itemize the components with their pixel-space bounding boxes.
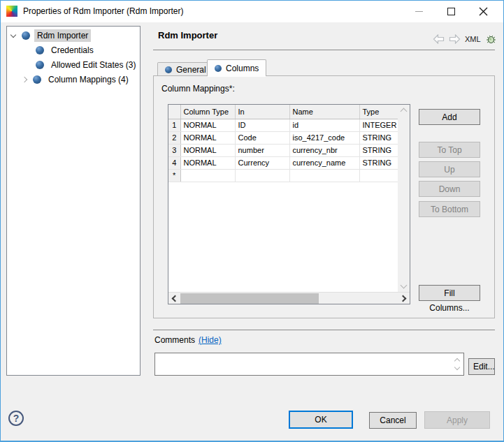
cell-name[interactable]: iso_4217_code xyxy=(289,131,359,144)
comments-input[interactable] xyxy=(156,354,452,374)
tab-label: General xyxy=(176,65,206,75)
table-row[interactable]: 1 NORMAL ID id INTEGER xyxy=(168,119,398,131)
tree-item-label: Rdm Importer xyxy=(34,29,91,42)
tree-item-label: Credentials xyxy=(48,44,96,57)
table-new-row[interactable]: * xyxy=(168,169,398,182)
horizontal-scrollbar[interactable] xyxy=(168,292,410,304)
ok-button[interactable]: OK xyxy=(289,411,353,429)
tree-item-allowed-edit-states[interactable]: Allowed Edit States (3) xyxy=(7,58,140,72)
comments-box xyxy=(154,353,464,376)
cell-in[interactable]: number xyxy=(235,144,289,156)
node-circle-icon xyxy=(36,46,44,54)
cell-name[interactable]: currency_nbr xyxy=(289,144,359,156)
cell-in[interactable]: Currency xyxy=(235,156,289,169)
scroll-up-icon[interactable] xyxy=(454,358,460,364)
to-bottom-button: To Bottom xyxy=(419,201,480,217)
row-num: 4 xyxy=(168,156,180,169)
close-icon xyxy=(479,7,488,16)
header-separator xyxy=(153,50,495,50)
cell-column-type[interactable]: NORMAL xyxy=(180,156,235,169)
row-num: * xyxy=(168,169,180,182)
cell-in[interactable]: Code xyxy=(235,131,289,144)
maximize-icon xyxy=(447,8,455,15)
scroll-up-icon[interactable] xyxy=(401,108,408,115)
app-color-wheel-icon xyxy=(6,6,17,17)
header-column-type[interactable]: Column Type xyxy=(180,105,235,119)
chevron-right-icon[interactable] xyxy=(22,77,27,82)
scroll-left-icon[interactable] xyxy=(172,295,179,302)
cell-in[interactable]: ID xyxy=(235,119,289,131)
bug-icon[interactable] xyxy=(485,34,497,45)
cell-type[interactable]: STRING xyxy=(359,144,398,156)
scroll-down-icon[interactable] xyxy=(401,282,408,289)
column-mappings-label: Column Mappings*: xyxy=(161,84,235,94)
maximize-button[interactable] xyxy=(435,1,467,22)
node-circle-icon xyxy=(36,61,44,69)
comments-separator xyxy=(153,330,495,330)
window-title: Properties of Rdm Importer (Rdm Importer… xyxy=(23,1,183,22)
edit-comments-button[interactable]: Edit... xyxy=(468,358,495,375)
tab-general[interactable]: General xyxy=(157,62,214,76)
scroll-down-icon[interactable] xyxy=(454,364,460,370)
tree-item-label: Column Mappings (4) xyxy=(45,73,131,86)
row-num: 3 xyxy=(168,144,180,156)
table-header-row: Column Type In Name Type xyxy=(168,105,398,119)
cell-name[interactable] xyxy=(289,169,359,182)
down-button: Down xyxy=(419,181,480,197)
table-row[interactable]: 3 NORMAL number currency_nbr STRING xyxy=(168,144,398,156)
cell-column-type[interactable]: NORMAL xyxy=(180,144,235,156)
tree-item-column-mappings[interactable]: Column Mappings (4) xyxy=(7,73,140,87)
chevron-down-icon[interactable] xyxy=(10,31,16,37)
cell-column-type[interactable]: NORMAL xyxy=(180,119,235,131)
tab-circle-icon xyxy=(165,66,172,73)
tree-item-rdm-importer[interactable]: Rdm Importer xyxy=(7,29,140,43)
scroll-right-icon[interactable] xyxy=(400,295,407,302)
tab-label: Columns xyxy=(226,64,259,73)
row-num: 1 xyxy=(168,119,180,131)
column-mappings-table: Column Type In Name Type 1 NORMAL ID id … xyxy=(168,104,410,304)
cell-type[interactable] xyxy=(359,169,398,182)
properties-tree: Rdm Importer Credentials Allowed Edit St… xyxy=(6,26,141,376)
add-button[interactable]: Add xyxy=(419,109,480,125)
cell-name[interactable]: currency_name xyxy=(289,156,359,169)
scrollbar-thumb[interactable] xyxy=(180,293,319,304)
cell-type[interactable]: STRING xyxy=(359,131,398,144)
xml-view-button[interactable]: XML xyxy=(465,35,481,43)
cell-in[interactable] xyxy=(235,169,289,182)
node-circle-icon xyxy=(33,75,41,84)
tree-item-label: Allowed Edit States (3) xyxy=(48,59,138,71)
properties-dialog: Properties of Rdm Importer (Rdm Importer… xyxy=(0,0,504,442)
fill-columns-button[interactable]: Fill Columns... xyxy=(419,285,480,301)
question-mark-icon: ? xyxy=(13,413,20,424)
cell-column-type[interactable]: NORMAL xyxy=(180,131,235,144)
header-type[interactable]: Type xyxy=(359,105,398,119)
table-row[interactable]: 2 NORMAL Code iso_4217_code STRING xyxy=(168,131,398,144)
help-button[interactable]: ? xyxy=(8,411,24,426)
cancel-button[interactable]: Cancel xyxy=(369,412,417,429)
header-toolbar: XML xyxy=(433,33,497,45)
cell-type[interactable]: INTEGER xyxy=(359,119,398,131)
to-top-button: To Top xyxy=(419,142,480,158)
node-circle-icon xyxy=(22,31,30,40)
cell-column-type[interactable] xyxy=(180,169,235,182)
header-name[interactable]: Name xyxy=(289,105,359,119)
header-num[interactable] xyxy=(168,105,180,119)
comments-label: Comments xyxy=(154,335,195,345)
tab-columns[interactable]: Columns xyxy=(207,59,266,76)
row-num: 2 xyxy=(168,131,180,144)
titlebar: Properties of Rdm Importer (Rdm Importer… xyxy=(1,1,503,22)
hide-comments-link[interactable]: (Hide) xyxy=(199,335,222,345)
tree-item-credentials[interactable]: Credentials xyxy=(7,43,140,57)
header-in[interactable]: In xyxy=(235,105,289,119)
vertical-scrollbar[interactable] xyxy=(398,105,410,292)
cell-type[interactable]: STRING xyxy=(359,156,398,169)
up-button: Up xyxy=(419,161,480,177)
minimize-icon xyxy=(415,11,423,12)
forward-arrow-icon[interactable] xyxy=(449,34,461,44)
page-title: Rdm Importer xyxy=(158,30,217,40)
minimize-button xyxy=(403,1,435,22)
cell-name[interactable]: id xyxy=(289,119,359,131)
table-row[interactable]: 4 NORMAL Currency currency_name STRING xyxy=(168,156,398,169)
close-button[interactable] xyxy=(468,1,499,22)
back-arrow-icon[interactable] xyxy=(433,34,445,44)
